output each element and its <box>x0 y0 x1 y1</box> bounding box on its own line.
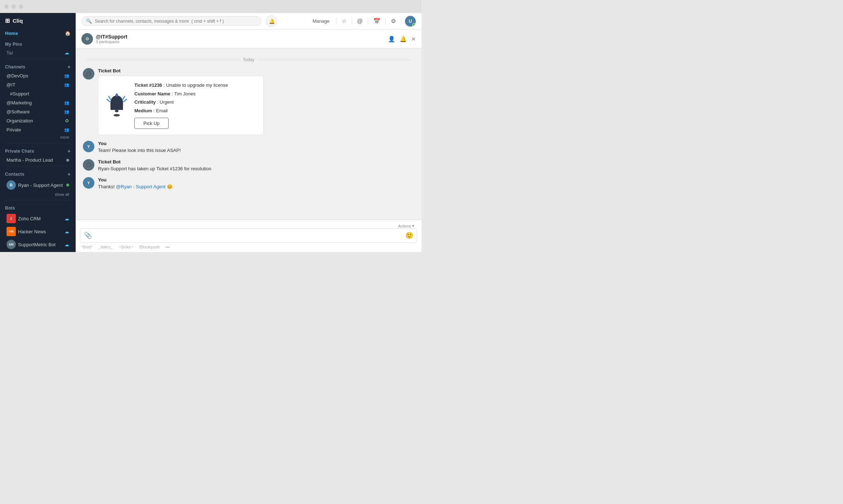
hint-italics[interactable]: _Italics_ <box>98 245 113 249</box>
message-row-you-2: Y You Thanks! @Ryan - Support Agent 😊 <box>83 177 414 190</box>
pins-item-name: Taz <box>6 50 13 55</box>
ryan-mention[interactable]: @Ryan - Support Agent <box>116 184 166 189</box>
customer-name-line: Customer Name : Tim Jones <box>134 90 258 98</box>
thanks-text: Thanks! <box>98 184 116 189</box>
hint-bold[interactable]: *Bold* <box>81 245 93 249</box>
medium-label: Medium <box>134 108 152 113</box>
add-member-icon[interactable]: 👤 <box>388 36 395 42</box>
criticality-label: Criticality <box>134 99 156 105</box>
sidebar-item-devops[interactable]: @DevOps 👥 <box>1 72 74 80</box>
close-btn[interactable] <box>4 4 9 9</box>
actions-dropdown[interactable]: Actions ▾ <box>398 224 414 228</box>
search-input-wrap[interactable]: 🔍 <box>81 16 262 26</box>
sm-name: SupportMetric Bot <box>18 242 55 247</box>
mute-icon[interactable]: 🔔 <box>400 36 407 42</box>
customer-label: Customer Name <box>134 91 170 96</box>
private-chats-label: Private Chats <box>5 149 34 154</box>
you-text-2: Thanks! @Ryan - Support Agent 😊 <box>98 183 414 190</box>
alarm-bell-svg <box>104 93 129 118</box>
sidebar-item-hacker-news[interactable]: HN Hacker News ☁ <box>1 225 74 238</box>
notification-bell-btn[interactable]: 🔔 <box>266 15 277 27</box>
manage-button[interactable]: Manage <box>310 17 333 25</box>
medium-line: Medium : Email <box>134 107 258 114</box>
settings-button[interactable]: ⚙ <box>389 16 397 26</box>
main-area: 🔍 🔔 Manage ☆ @ 📅 ⚙ U <box>76 13 422 252</box>
divider-2 <box>352 18 352 24</box>
divider-4 <box>385 18 386 24</box>
calendar-button[interactable]: 📅 <box>372 16 382 26</box>
sidebar-item-private[interactable]: Private 👥 <box>1 126 74 134</box>
star-button[interactable]: ☆ <box>340 16 348 26</box>
zoho-name: Zoho CRM <box>18 216 41 221</box>
hint-blockquote[interactable]: !Blockquote <box>139 245 160 249</box>
channels-section: Channels + <box>0 60 76 71</box>
sidebar-item-ryan[interactable]: R Ryan - Support Agent <box>1 179 74 191</box>
recycle-icon: ♻ <box>65 118 69 123</box>
grid-icon[interactable]: ⊞ <box>5 17 10 24</box>
people-icon-marketing: 👥 <box>64 100 69 105</box>
emoji-picker-icon[interactable]: 🙂 <box>405 231 413 239</box>
maximize-btn[interactable] <box>19 4 23 9</box>
pickup-button[interactable]: Pick Up <box>134 118 169 129</box>
sidebar-item-marketing[interactable]: @Marketing 👥 <box>1 99 74 107</box>
divider-5 <box>401 18 401 24</box>
more-link[interactable]: more <box>0 134 76 141</box>
zoho-cloud-icon: ☁ <box>64 216 69 221</box>
channel-header: ⚙ @IT#Support 3 participants 👤 🔔 ✕ <box>76 30 422 49</box>
bot-message-ticket: 🎧 Ticket Bot <box>83 68 414 135</box>
ryan-name: Ryan - Support Agent <box>18 183 63 188</box>
ticket-bell-area <box>104 93 129 118</box>
customer-value: : Tim Jones <box>170 91 196 96</box>
channel-name: @IT#Support <box>96 34 128 40</box>
bots-label: Bots <box>5 206 15 211</box>
you-msg-content-2: You Thanks! @Ryan - Support Agent 😊 <box>98 177 414 190</box>
compose-hints: *Bold* _Italics_ ~Strike~ !Blockquote ••… <box>80 243 417 249</box>
you-sender-1: You <box>98 141 414 146</box>
minimize-btn[interactable] <box>12 4 16 9</box>
ticket-issue: : Unable to upgrade my license <box>162 82 228 88</box>
sidebar-item-it[interactable]: @IT 👥 <box>1 81 74 89</box>
people-icon-devops: 👥 <box>64 73 69 78</box>
criticality-line: Criticality : Urgent <box>134 99 258 106</box>
sm-icon: SM <box>6 240 16 249</box>
actions-bar: Actions ▾ <box>80 223 417 228</box>
hint-more[interactable]: ••• <box>165 245 170 249</box>
software-name: @Software <box>6 109 30 114</box>
hn-icon: HN <box>6 227 16 236</box>
attach-icon[interactable]: 📎 <box>84 231 92 239</box>
mention-button[interactable]: @ <box>356 17 364 26</box>
hint-strike[interactable]: ~Strike~ <box>119 245 133 249</box>
sidebar-item-supportmetric[interactable]: SM SupportMetric Bot ☁ <box>1 238 74 251</box>
private-chats-add-icon[interactable]: + <box>68 148 71 154</box>
cloud-icon: ☁ <box>64 50 69 55</box>
people-icon-it: 👥 <box>64 82 69 87</box>
channel-title-area: ⚙ @IT#Support 3 participants <box>81 33 128 45</box>
pins-item-taz[interactable]: Taz ☁ <box>1 49 74 57</box>
search-input[interactable] <box>95 19 257 24</box>
sidebar-item-software[interactable]: @Software 👥 <box>1 108 74 116</box>
show-all-link[interactable]: show all <box>0 192 76 199</box>
channels-add-icon[interactable]: + <box>68 64 71 70</box>
user-avatar-header[interactable]: U <box>405 16 416 27</box>
ticket-card: Ticket #1236 : Unable to upgrade my lice… <box>98 76 264 135</box>
home-label: Home <box>5 31 18 36</box>
you-msg-content-1: You Team! Please look into this issue AS… <box>98 141 414 154</box>
title-bar <box>0 0 422 13</box>
date-label: Today <box>243 57 254 62</box>
message-row-you-1: Y You Team! Please look into this issue … <box>83 141 414 154</box>
close-channel-icon[interactable]: ✕ <box>411 36 416 42</box>
compose-input[interactable] <box>95 231 402 240</box>
bot-msg-content: Ticket Bot Ryan-Support has taken up Tic… <box>98 159 414 172</box>
sidebar-item-martha[interactable]: Martha - Product Lead <box>1 156 74 164</box>
sidebar-home-item[interactable]: Home 🏠 <box>0 28 76 38</box>
you-avatar-1: Y <box>83 141 94 152</box>
sidebar-item-support[interactable]: #Support <box>1 90 74 98</box>
martha-status-dot <box>66 159 69 162</box>
contacts-add-icon[interactable]: + <box>68 171 71 177</box>
sidebar-header: ⊞ Cliq <box>0 13 76 28</box>
sidebar-item-zoho-crm[interactable]: Z Zoho CRM ☁ <box>1 212 74 225</box>
private-chats-section: Private Chats + <box>0 145 76 156</box>
svg-line-5 <box>124 99 127 102</box>
sidebar-item-organization[interactable]: Organization ♻ <box>1 117 74 125</box>
marketing-name: @Marketing <box>6 100 32 105</box>
